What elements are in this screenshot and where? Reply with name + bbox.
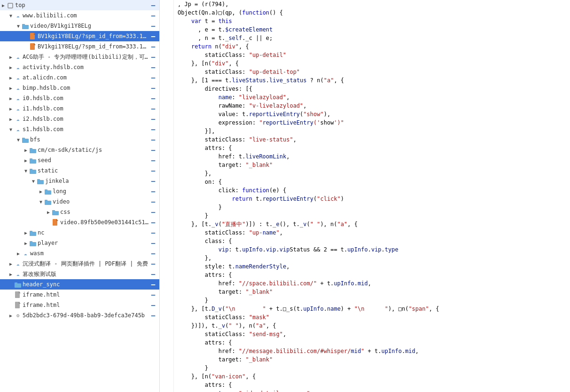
tree-item-top[interactable]: ▶top− (0, 0, 159, 10)
collapse-button[interactable]: − (149, 84, 157, 92)
collapse-button[interactable]: − (149, 11, 157, 20)
code-line: })]), t._v(" "), n("a", { (178, 321, 570, 330)
tree-item-translate[interactable]: ▶☁沉浸式翻译 - 网页翻译插件 | PDF翻译 | 免费− (0, 259, 159, 269)
collapse-button[interactable]: − (149, 280, 157, 289)
tree-item-label: www.bilibili.com (23, 12, 77, 19)
line-number (160, 25, 171, 34)
collapse-button[interactable]: − (149, 104, 157, 113)
collapse-button[interactable]: − (149, 290, 157, 299)
line-number (160, 59, 171, 68)
tree-item-nc-folder[interactable]: ▶nc− (0, 227, 159, 238)
tree-node-icon (14, 302, 22, 308)
tree-item-video-file[interactable]: video.89fb50e09e031441c517743...− (0, 217, 159, 227)
tree-arrow-icon: ▶ (8, 313, 14, 318)
collapse-button[interactable]: − (149, 249, 157, 258)
tree-item-i0[interactable]: ▶☁i0.hdslb.com− (0, 93, 159, 103)
tree-item-acg[interactable]: ▶☁ACG助手 - 专为哔哩哔哩(bilibili)定制，可视频...− (0, 52, 159, 62)
svg-rect-9 (30, 149, 36, 153)
svg-rect-8 (22, 138, 25, 139)
tree-item-iframe2[interactable]: iframe.html− (0, 300, 159, 310)
svg-marker-6 (34, 43, 36, 45)
code-line: }, (178, 254, 570, 262)
tree-item-seed-folder[interactable]: ▶seed− (0, 155, 159, 165)
collapse-button[interactable]: − (149, 94, 157, 102)
line-number (160, 338, 171, 347)
tree-item-css-folder[interactable]: ▶css− (0, 207, 159, 217)
tree-arrow-icon: ▶ (23, 230, 29, 235)
line-number (160, 313, 171, 321)
tree-arrow-icon: ▶ (8, 96, 14, 101)
collapse-button[interactable]: − (149, 228, 157, 237)
collapse-button[interactable]: − (149, 311, 157, 320)
collapse-button[interactable]: − (149, 166, 157, 175)
tree-item-i2[interactable]: ▶☁i2.hdslb.com− (0, 114, 159, 124)
collapse-button[interactable]: − (149, 1, 157, 9)
collapse-button[interactable]: − (149, 63, 157, 71)
tree-item-long-folder[interactable]: ▶long− (0, 186, 159, 196)
collapse-button[interactable]: − (149, 270, 157, 278)
tree-node-icon: ☁ (14, 106, 22, 112)
collapse-button[interactable]: − (149, 239, 157, 247)
svg-rect-12 (30, 158, 32, 160)
tree-item-s1[interactable]: ▼☁s1.hdslb.com− (0, 124, 159, 134)
collapse-button[interactable]: − (149, 197, 157, 206)
line-number (160, 271, 171, 279)
tree-item-iframe1[interactable]: iframe.html− (0, 290, 159, 300)
collapse-button[interactable]: − (149, 208, 157, 216)
tree-item-at-alicdn[interactable]: ▶☁at.alicdn.com− (0, 72, 159, 83)
collapse-button[interactable]: − (149, 73, 157, 82)
tree-item-wasm[interactable]: ▶☁wasm− (0, 248, 159, 259)
tree-item-video-folder2[interactable]: ▼video− (0, 196, 159, 207)
code-line: target: "_blank" (178, 288, 570, 296)
tree-item-bfs[interactable]: ▼bfs− (0, 134, 159, 145)
line-number (160, 228, 171, 237)
code-line: } (178, 212, 570, 220)
collapse-button[interactable]: − (149, 177, 157, 185)
collapse-button[interactable]: − (149, 125, 157, 133)
tree-node-icon (29, 33, 37, 39)
tree-item-video-folder[interactable]: ▼video/BV1kgi1Y8ELg− (0, 21, 159, 31)
code-line: href: "//space.bilibili.com/" + t.upInfo… (178, 279, 570, 288)
tree-item-cm-folder[interactable]: ▶cm/cm-sdk/static/js− (0, 145, 159, 155)
tree-item-hash[interactable]: ▶⚙5db2bdc3-679d-49b8-bab9-3defca3e745b− (0, 310, 159, 321)
collapse-button[interactable]: − (149, 22, 157, 30)
tree-item-fanyi[interactable]: ▶☁篡改猴测试版− (0, 269, 159, 279)
tree-item-bv1-file2[interactable]: BV1kgi1Y8ELg/?spm_id_from=333.1007...− (0, 41, 159, 52)
tree-item-header-sync[interactable]: header_sync− (0, 279, 159, 290)
tree-node-icon: ☁ (14, 126, 22, 133)
tree-node-icon (52, 209, 59, 215)
line-number (160, 203, 171, 212)
tree-item-player-folder[interactable]: ▶player− (0, 238, 159, 248)
code-line: directives: [{ (178, 85, 570, 93)
line-number (160, 321, 171, 330)
collapse-button[interactable]: − (149, 187, 157, 196)
tree-item-static-folder[interactable]: ▼static− (0, 165, 159, 176)
collapse-button[interactable]: − (149, 146, 157, 154)
tree-item-i1[interactable]: ▶☁i1.hdslb.com− (0, 103, 159, 114)
tree-node-icon (7, 2, 14, 8)
collapse-button[interactable]: − (149, 259, 157, 268)
code-line: } (178, 203, 570, 212)
code-line: href: t.liveRoomLink, (178, 152, 570, 161)
collapse-button[interactable]: − (149, 218, 157, 227)
code-line: }], (178, 127, 570, 135)
collapse-button[interactable]: − (149, 42, 157, 51)
collapse-button[interactable]: − (149, 135, 157, 144)
tree-item-jinkela-folder[interactable]: ▼jinkela− (0, 176, 159, 186)
tree-item-label: long (53, 188, 66, 195)
code-line: staticClass: "up-detail-top" (178, 68, 570, 76)
tree-arrow-icon: ▶ (23, 158, 29, 163)
code-line: attrs: { (178, 381, 570, 389)
tree-item-activity[interactable]: ▶☁activity.hdslb.com− (0, 62, 159, 72)
tree-item-www-bilibili[interactable]: ▼☁www.bilibili.com− (0, 10, 159, 21)
collapse-button[interactable]: − (149, 156, 157, 165)
code-line: staticClass: "up-detail" (178, 51, 570, 59)
collapse-button[interactable]: − (149, 115, 157, 123)
collapse-button[interactable]: − (149, 53, 157, 61)
line-number (160, 389, 171, 392)
collapse-button[interactable]: − (149, 301, 157, 309)
tree-item-bimp[interactable]: ▶☁bimp.hdslb.com− (0, 83, 159, 93)
collapse-button[interactable]: − (149, 32, 157, 40)
line-number (160, 288, 171, 296)
tree-item-bv1-file1[interactable]: BV1kgi1Y8ELg/?spm_id_from=333.1007...− (0, 31, 159, 41)
